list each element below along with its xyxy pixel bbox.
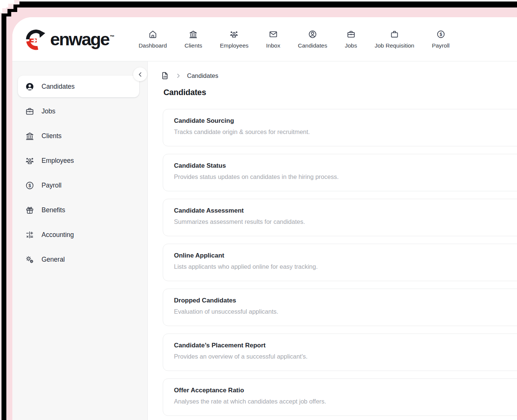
nav-label: Inbox	[266, 42, 280, 49]
briefcase-icon	[346, 30, 356, 39]
report-card-offer-acceptance-ratio[interactable]: Offer Acceptance Ratio Analyses the rate…	[163, 378, 517, 416]
trademark-symbol: ™	[110, 34, 114, 40]
breadcrumb-current[interactable]: Candidates	[187, 72, 218, 79]
report-description: Lists applicants who applied online for …	[174, 263, 517, 270]
nav-item-inbox[interactable]: Inbox	[266, 30, 280, 49]
chevron-right-icon	[175, 73, 181, 79]
enwage-e-logo-icon	[25, 28, 47, 50]
report-document-icon[interactable]	[160, 71, 169, 80]
sidebar-item-accounting[interactable]: Accounting	[18, 224, 139, 246]
nav-label: Clients	[184, 42, 202, 49]
report-description: Provides status updates on candidates in…	[174, 173, 517, 180]
report-title: Candidate’s Placement Report	[174, 342, 517, 349]
report-card-online-applicant[interactable]: Online Applicant Lists applicants who ap…	[163, 244, 517, 281]
report-card-candidate-sourcing[interactable]: Candidate Sourcing Tracks candidate orig…	[163, 109, 517, 146]
envelope-icon	[269, 30, 278, 39]
report-description: Provides an overview of a successful app…	[174, 353, 517, 360]
report-description: Tracks candidate origin & sources for re…	[174, 128, 517, 136]
report-card-candidate-assessment[interactable]: Candidate Assessment Summarizes assessme…	[163, 199, 517, 236]
sidebar-item-label: Payroll	[42, 182, 62, 189]
sidebar-item-general[interactable]: General	[18, 249, 139, 270]
sidebar-item-benefits[interactable]: Benefits	[18, 199, 139, 221]
math-operations-icon	[25, 230, 34, 240]
nav-label: Payroll	[432, 42, 449, 49]
nav-label: Dashboard	[138, 42, 167, 49]
nav-item-payroll[interactable]: $ Payroll	[432, 30, 449, 49]
nav-label: Employees	[220, 42, 249, 49]
svg-text:$: $	[440, 31, 442, 37]
report-card-candidate-status[interactable]: Candidate Status Provides status updates…	[163, 154, 517, 191]
report-title: Candidate Assessment	[174, 207, 517, 214]
back-button[interactable]	[133, 67, 147, 81]
page-title: Candidates	[163, 88, 517, 97]
main-content: Candidates Candidates Candidate Sourcing…	[148, 61, 517, 420]
sidebar-item-candidates[interactable]: Candidates	[18, 76, 139, 97]
sidebar-item-payroll[interactable]: $ Payroll	[18, 174, 139, 196]
sidebar-item-label: General	[42, 256, 65, 264]
app-body: Candidates Jobs Clients	[12, 61, 517, 420]
breadcrumb: Candidates	[160, 69, 517, 82]
top-nav: Dashboard Clients	[138, 30, 449, 49]
report-card-dropped-candidates[interactable]: Dropped Candidates Evaluation of unsucce…	[163, 289, 517, 326]
briefcase-plain-icon	[390, 30, 399, 39]
sidebar: Candidates Jobs Clients	[12, 61, 148, 420]
bank-icon	[189, 30, 198, 39]
report-description: Analyses the rate at which candidates ac…	[174, 398, 517, 405]
report-title: Candidate Sourcing	[174, 117, 517, 125]
sidebar-item-label: Benefits	[42, 206, 65, 214]
brand-wordmark: enwage™	[50, 30, 114, 48]
people-group-icon	[25, 156, 34, 165]
sidebar-item-clients[interactable]: Clients	[18, 125, 139, 147]
report-title: Offer Acceptance Ratio	[174, 387, 517, 394]
sidebar-item-jobs[interactable]: Jobs	[18, 100, 139, 122]
person-filled-icon	[25, 82, 34, 91]
dollar-circle-icon: $	[436, 30, 446, 39]
sidebar-item-label: Jobs	[42, 107, 55, 115]
dollar-circle-icon: $	[25, 181, 34, 190]
nav-item-job-requisition[interactable]: Job Requisition	[374, 30, 414, 49]
report-title: Dropped Candidates	[174, 297, 517, 304]
brand-logo[interactable]: enwage™	[25, 28, 114, 50]
sidebar-item-label: Employees	[42, 157, 74, 165]
nav-item-candidates[interactable]: Candidates	[298, 30, 327, 49]
home-icon	[148, 30, 157, 39]
nav-label: Candidates	[298, 42, 327, 49]
briefcase-icon	[25, 107, 34, 116]
svg-text:$: $	[28, 183, 31, 188]
gears-icon	[25, 255, 34, 264]
nav-item-dashboard[interactable]: Dashboard	[138, 30, 167, 49]
sidebar-item-employees[interactable]: Employees	[18, 150, 139, 171]
person-circle-icon	[308, 30, 317, 39]
gift-icon	[25, 206, 34, 215]
report-title: Candidate Status	[174, 162, 517, 170]
sidebar-item-label: Candidates	[42, 83, 75, 91]
nav-item-employees[interactable]: Employees	[220, 30, 249, 49]
sidebar-item-label: Clients	[42, 132, 62, 140]
report-description: Summarizes assessment results for candid…	[174, 218, 517, 225]
nav-item-jobs[interactable]: Jobs	[345, 30, 357, 49]
app-window: enwage™ Dashboard Clients	[12, 17, 517, 420]
chevron-left-icon	[137, 71, 144, 78]
report-list: Candidate Sourcing Tracks candidate orig…	[163, 109, 517, 416]
bank-icon	[25, 131, 34, 141]
nav-label: Job Requisition	[374, 42, 414, 49]
report-title: Online Applicant	[174, 252, 517, 259]
app-header: enwage™ Dashboard Clients	[12, 17, 517, 61]
report-description: Evaluation of unsuccessful applicants.	[174, 308, 517, 315]
nav-label: Jobs	[345, 42, 357, 49]
people-group-icon	[229, 30, 239, 39]
nav-item-clients[interactable]: Clients	[184, 30, 202, 49]
report-card-candidates-placement-report[interactable]: Candidate’s Placement Report Provides an…	[163, 334, 517, 371]
sidebar-item-label: Accounting	[42, 231, 74, 239]
